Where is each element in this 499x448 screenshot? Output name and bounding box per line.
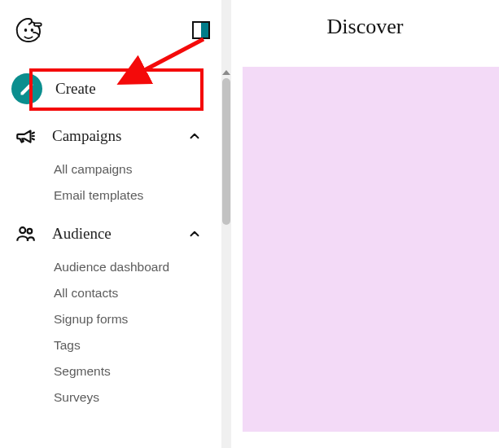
- svg-point-2: [31, 29, 34, 32]
- sidebar-item-email-templates[interactable]: Email templates: [0, 182, 221, 209]
- svg-point-4: [20, 227, 25, 233]
- sidebar-section-audience[interactable]: Audience: [0, 213, 221, 254]
- sidebar-item-audience-dashboard[interactable]: Audience dashboard: [0, 254, 221, 280]
- scrollbar-up-arrow-icon[interactable]: [222, 70, 230, 75]
- sidebar-item-signup-forms[interactable]: Signup forms: [0, 306, 221, 332]
- sidebar-item-tags[interactable]: Tags: [0, 332, 221, 358]
- chevron-up-icon: [187, 129, 202, 143]
- create-button[interactable]: Create: [0, 67, 221, 111]
- sidebar-item-all-campaigns[interactable]: All campaigns: [0, 156, 221, 182]
- pencil-icon: [11, 73, 42, 104]
- svg-rect-3: [34, 23, 42, 26]
- sidebar-item-surveys[interactable]: Surveys: [0, 384, 221, 411]
- sidebar-section-campaigns[interactable]: Campaigns: [0, 116, 221, 156]
- panel-toggle-icon[interactable]: [192, 21, 210, 39]
- svg-point-1: [24, 29, 28, 32]
- content-panel: [243, 67, 499, 432]
- svg-point-5: [28, 229, 33, 234]
- sidebar: Create Campaigns All campaigns Email tem…: [0, 0, 221, 448]
- megaphone-icon: [11, 122, 39, 150]
- sidebar-item-segments[interactable]: Segments: [0, 358, 221, 384]
- audience-label: Audience: [52, 225, 174, 243]
- mailchimp-logo-icon: [11, 13, 46, 47]
- page-title: Discover: [231, 0, 499, 39]
- sidebar-item-all-contacts[interactable]: All contacts: [0, 280, 221, 306]
- sidebar-scrollbar[interactable]: [221, 0, 231, 448]
- people-icon: [11, 220, 39, 248]
- main-content: Discover: [231, 0, 499, 448]
- logo-row: [0, 0, 221, 52]
- create-label: Create: [55, 80, 210, 98]
- campaigns-label: Campaigns: [52, 127, 174, 145]
- scrollbar-thumb[interactable]: [222, 78, 230, 225]
- chevron-up-icon: [187, 226, 202, 241]
- sidebar-nav: Create Campaigns All campaigns Email tem…: [0, 52, 221, 411]
